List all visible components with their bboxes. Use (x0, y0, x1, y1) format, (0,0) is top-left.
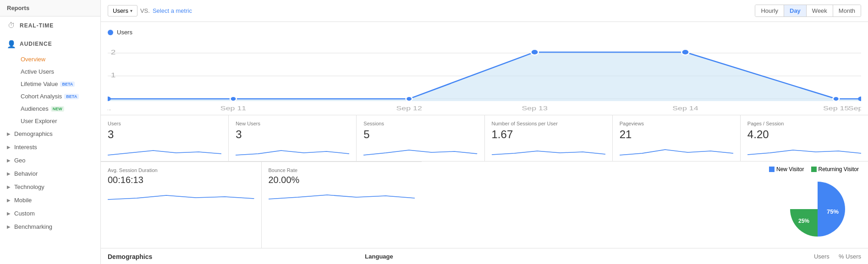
svg-text:2: 2 (111, 48, 116, 56)
topbar: Users ▾ VS. Select a metric Hourly Day W… (101, 0, 868, 22)
sidebar-title: Reports (7, 5, 29, 11)
sessions-per-user-sparkline (492, 144, 605, 157)
col-pct-users: % Users (839, 253, 861, 260)
metric-sessions-per-user-value: 1.67 (492, 128, 605, 141)
metric-pages-per-session-title: Pages / Session (747, 121, 861, 126)
metric-pageviews: Pageviews 21 (613, 115, 741, 161)
bounce-rate-value: 20.00% (269, 175, 415, 185)
clock-icon: ⏱ (7, 21, 16, 30)
sidebar-item-cohort-analysis[interactable]: Cohort Analysis BETA (7, 90, 100, 102)
bounce-rate-title: Bounce Rate (269, 167, 415, 173)
svg-text:...: ... (108, 105, 111, 111)
expandable-label: Demographics (14, 130, 53, 137)
avg-session-duration-sparkline (108, 188, 254, 202)
svg-text:Sep 12: Sep 12 (396, 105, 422, 111)
svg-text:Sep 16: Sep 16 (848, 105, 861, 111)
sidebar-item-overview[interactable]: Overview (7, 53, 100, 65)
sidebar-item-realtime[interactable]: ⏱ REAL-TIME (0, 16, 100, 35)
svg-marker-5 (108, 52, 861, 101)
language-section: Language Users % Users 1. en-us 2 66.67% (365, 253, 861, 264)
metric-bounce-rate: Bounce Rate 20.00% (262, 162, 422, 248)
demographics-section: Demographics Language › (108, 253, 356, 264)
users-sparkline (108, 144, 221, 157)
sidebar-item-mobile[interactable]: ▶Mobile (0, 194, 100, 207)
expandable-label: Geo (14, 157, 26, 164)
sidebar-item-user-explorer[interactable]: User Explorer (7, 115, 100, 127)
metrics-row-2-container: Avg. Session Duration 00:16:13 Bounce Ra… (101, 162, 868, 248)
sidebar-item-benchmarking[interactable]: ▶Benchmarking (0, 220, 100, 233)
expandable-label: Benchmarking (14, 223, 52, 230)
pages-per-session-sparkline (747, 144, 861, 157)
language-header: Language Users % Users (365, 253, 861, 260)
col-users: Users (814, 253, 830, 260)
sidebar-item-demographics[interactable]: ▶Demographics (0, 127, 100, 140)
sidebar-header: Reports (0, 0, 100, 16)
metric-new-users-title: New Users (236, 121, 349, 126)
svg-text:1: 1 (111, 71, 116, 79)
month-button[interactable]: Month (833, 5, 861, 16)
returning-visitor-label: Returning Visitor (819, 166, 859, 172)
lifetime-value-label: Lifetime Value (21, 81, 58, 87)
chart-area: Users 2 1 (101, 22, 868, 115)
expand-arrow-icon: ▶ (7, 224, 11, 229)
week-button[interactable]: Week (807, 5, 833, 16)
expand-arrow-icon: ▶ (7, 158, 11, 163)
metric-users: Users 3 (101, 115, 229, 161)
main-content: Users ▾ VS. Select a metric Hourly Day W… (101, 0, 868, 264)
new-badge-audiences: NEW (51, 106, 64, 112)
sidebar-item-behavior[interactable]: ▶Behavior (0, 167, 100, 180)
users-legend-label: Users (117, 29, 132, 36)
sidebar-item-interests[interactable]: ▶Interests (0, 140, 100, 154)
day-button[interactable]: Day (784, 5, 807, 16)
chart-legend: Users (108, 29, 861, 36)
pageviews-sparkline (620, 144, 733, 157)
returning-visitor-legend: Returning Visitor (811, 166, 859, 172)
metric-new-users: New Users 3 (229, 115, 357, 161)
svg-point-9 (531, 49, 538, 55)
expand-arrow-icon: ▶ (7, 184, 11, 189)
expandable-label: Behavior (14, 170, 38, 177)
language-section-title: Language (365, 253, 393, 260)
sidebar-item-geo[interactable]: ▶Geo (0, 154, 100, 167)
users-dropdown[interactable]: Users ▾ (108, 5, 137, 16)
metric-pages-per-session-value: 4.20 (747, 128, 861, 141)
bottom-section: Demographics Language › Language Users %… (101, 248, 868, 264)
expandable-label: Custom (14, 210, 35, 217)
sidebar-item-custom[interactable]: ▶Custom (0, 207, 100, 220)
metric-sessions: Sessions 5 (357, 115, 484, 161)
select-metric-link[interactable]: Select a metric (153, 7, 192, 14)
sidebar-item-technology[interactable]: ▶Technology (0, 180, 100, 194)
user-explorer-label: User Explorer (21, 118, 57, 124)
svg-point-10 (681, 49, 689, 55)
pie-legend: New Visitor Returning Visitor (769, 166, 859, 172)
svg-text:Sep 15: Sep 15 (823, 105, 849, 111)
new-users-sparkline (236, 144, 349, 157)
expand-arrow-icon: ▶ (7, 171, 11, 176)
metric-pageviews-value: 21 (620, 128, 733, 141)
new-visitor-label: New Visitor (776, 166, 804, 172)
expandable-label: Technology (14, 183, 44, 190)
sidebar-item-audiences[interactable]: Audiences NEW (7, 102, 100, 115)
svg-point-7 (230, 97, 236, 101)
returning-visitor-color (811, 167, 817, 172)
overview-label: Overview (21, 56, 45, 63)
svg-text:25%: 25% (798, 218, 809, 224)
sessions-sparkline (363, 144, 477, 157)
svg-text:Sep 14: Sep 14 (672, 105, 698, 111)
sidebar-item-audience[interactable]: 👤 AUDIENCE (0, 35, 100, 53)
metric-pageviews-title: Pageviews (620, 121, 733, 126)
beta-badge-lifetime: BETA (60, 81, 75, 87)
svg-point-11 (833, 97, 839, 101)
hourly-button[interactable]: Hourly (755, 5, 784, 16)
pie-chart-section: New Visitor Returning Visitor 75% 25% (422, 162, 868, 248)
svg-text:75%: 75% (827, 208, 839, 215)
avg-session-duration-title: Avg. Session Duration (108, 167, 254, 173)
bounce-rate-sparkline (269, 188, 415, 202)
sidebar-item-lifetime-value[interactable]: Lifetime Value BETA (7, 78, 100, 90)
metric-sessions-value: 5 (363, 128, 477, 141)
expandable-nav: ▶Demographics▶Interests▶Geo▶Behavior▶Tec… (0, 127, 100, 233)
metric-sessions-title: Sessions (363, 121, 477, 126)
sidebar-item-active-users[interactable]: Active Users (7, 65, 100, 78)
chevron-down-icon: ▾ (130, 8, 132, 13)
language-col-headers: Users % Users (814, 253, 861, 260)
